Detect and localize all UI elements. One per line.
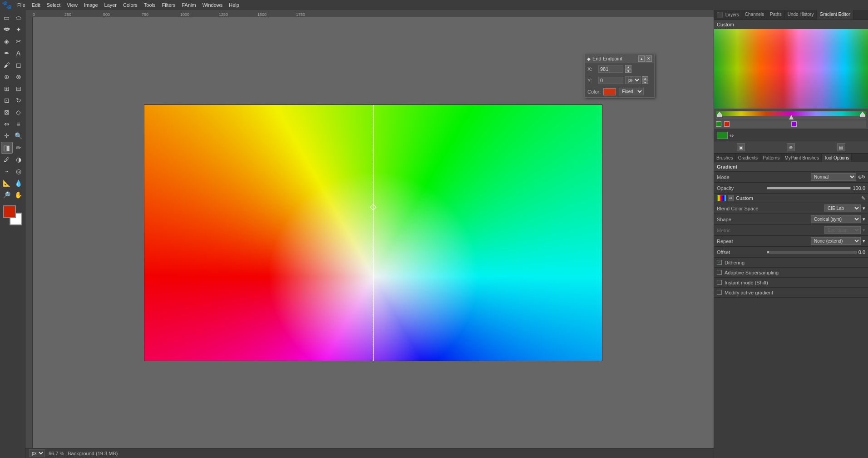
tool-smudge[interactable]: ~ [1, 165, 13, 177]
right-panel: ⬛ Layers Channels Paths Undo History Gra… [714, 10, 868, 458]
tab-gradients[interactable]: Gradients [736, 154, 760, 162]
menu-windows[interactable]: Windows [200, 1, 226, 9]
tab-paths[interactable]: Paths [767, 10, 785, 20]
x-up[interactable]: ▲ [625, 65, 631, 69]
swatch-edit-icon[interactable]: ⇔ [730, 133, 734, 139]
mode-select[interactable]: Normal [811, 173, 856, 181]
canvas-container[interactable]: ◆ End Endpoint ▴ ✕ X: ▲ ▼ [33, 17, 714, 448]
tab-channels[interactable]: Channels [742, 10, 767, 20]
zoom-level: 66.7 % [49, 451, 64, 456]
color-dropdown[interactable]: Fixed FG Color BG Color [619, 88, 644, 95]
color-stop-2[interactable] [724, 121, 730, 127]
menu-colors[interactable]: Colors [120, 1, 140, 9]
menu-view[interactable]: View [64, 1, 80, 9]
gradient-edit-btn[interactable]: ⇔ [728, 195, 734, 201]
action-btn-2[interactable]: ⊕ [787, 143, 795, 151]
tool-eyedropper[interactable]: 💧 [13, 177, 25, 189]
tool-rotate[interactable]: ↻ [13, 95, 25, 106]
menu-layer[interactable]: Layer [102, 1, 120, 9]
unit-select[interactable]: px % [29, 449, 45, 457]
right-gradient-canvas [714, 29, 868, 109]
repeat-select[interactable]: None (extend) Sawtooth wave Triangular w… [811, 237, 861, 245]
tool-free-select[interactable]: 🗢 [1, 24, 13, 35]
tool-crop[interactable]: ⊡ [1, 95, 13, 106]
tool-measure[interactable]: 📐 [1, 177, 13, 189]
color-swatch[interactable] [603, 88, 616, 95]
tab-layers[interactable]: ⬛ Layers [714, 10, 742, 20]
tool-shear[interactable]: ◇ [13, 106, 25, 118]
tab-patterns[interactable]: Patterns [760, 154, 782, 162]
tool-transform[interactable]: ⊟ [13, 83, 25, 95]
tool-scale[interactable]: ⊠ [1, 106, 13, 118]
blend-dropdown-icon: ▾ [863, 205, 865, 211]
action-btn-3[interactable]: ▤ [837, 143, 845, 151]
menu-filters[interactable]: Filters [159, 1, 178, 9]
tool-scissors[interactable]: ✂ [13, 35, 25, 47]
gradient-thumb-mid[interactable] [789, 115, 794, 119]
menu-tools[interactable]: Tools [141, 1, 158, 9]
tool-move[interactable]: ✛ [1, 130, 13, 142]
tool-erase[interactable]: ◻ [13, 59, 25, 71]
dialog-close[interactable]: ✕ [646, 55, 652, 62]
shape-label: Shape [717, 217, 767, 222]
swatch-green[interactable] [717, 132, 728, 139]
tool-rect-select[interactable]: ▭ [1, 12, 13, 24]
tab-gradient-editor[interactable]: Gradient Editor [817, 10, 853, 20]
modify-checkbox[interactable] [717, 290, 722, 295]
tab-brushes[interactable]: Brushes [714, 154, 736, 162]
adaptive-checkbox[interactable] [717, 270, 722, 275]
tool-pan[interactable]: ✋ [13, 189, 25, 201]
menu-file[interactable]: File [15, 1, 28, 9]
tool-text[interactable]: A [13, 47, 25, 59]
dialog-minimize[interactable]: ▴ [638, 55, 645, 62]
tool-paths[interactable]: ✒ [1, 47, 13, 59]
foreground-color[interactable] [3, 205, 16, 218]
repeat-row: Repeat None (extend) Sawtooth wave Trian… [714, 236, 868, 247]
color-stop-3[interactable] [791, 121, 797, 127]
menu-help[interactable]: Help [226, 1, 242, 9]
opacity-row: Opacity 100.0 [714, 183, 868, 194]
blend-color-select[interactable]: CIE Lab RGB [824, 204, 861, 212]
y-input[interactable] [598, 77, 623, 84]
statusbar: px % 66.7 % Background (19.3 MB) [25, 448, 714, 458]
y-unit[interactable]: px [625, 76, 641, 84]
metric-select[interactable]: Euclidean [824, 226, 861, 234]
x-down[interactable]: ▼ [625, 69, 631, 73]
tab-undo-history[interactable]: Undo History [785, 10, 817, 20]
tool-align[interactable]: ≡ [13, 118, 25, 130]
color-stop-1[interactable] [716, 121, 721, 127]
menu-fanim[interactable]: FAnim [179, 1, 198, 9]
tool-fuzzy-select[interactable]: ✦ [13, 24, 25, 35]
tab-mypaint[interactable]: MyPaint Brushes [782, 154, 822, 162]
tool-dodge[interactable]: ◑ [13, 154, 25, 165]
metric-row: Metric Euclidean ▾ [714, 225, 868, 236]
dialog-titlebar[interactable]: ◆ End Endpoint ▴ ✕ [585, 54, 654, 63]
tool-heal[interactable]: ⊗ [13, 71, 25, 83]
tool-blend[interactable]: ◨ [1, 142, 13, 154]
tool-perspective[interactable]: ⊞ [1, 83, 13, 95]
tool-paint[interactable]: 🖌 [1, 59, 13, 71]
gradient-mini-swatch[interactable] [717, 195, 726, 201]
tool-by-color[interactable]: ◈ [1, 35, 13, 47]
offset-value-area: 0.0 [767, 249, 865, 255]
tool-ellipse-select[interactable]: ⬭ [13, 12, 25, 24]
tool-pencil[interactable]: ✏ [13, 142, 25, 154]
y-down[interactable]: ▼ [642, 80, 648, 84]
tool-ink[interactable]: 🖊 [1, 154, 13, 165]
shape-select[interactable]: Conical (sym) Linear Radial Conical (asy… [811, 215, 861, 223]
instant-checkbox[interactable] [717, 280, 722, 285]
menu-select[interactable]: Select [44, 1, 64, 9]
tab-tool-options[interactable]: Tool Options [822, 154, 852, 162]
tool-convolve[interactable]: ◎ [13, 165, 25, 177]
action-btn-1[interactable]: ▣ [737, 143, 745, 151]
tool-clone[interactable]: ⊕ [1, 71, 13, 83]
tool-magnify[interactable]: 🔍 [13, 130, 25, 142]
dithering-checkbox[interactable]: ✓ [717, 260, 722, 265]
x-input[interactable] [598, 65, 623, 73]
y-up[interactable]: ▲ [642, 76, 648, 80]
tool-flip[interactable]: ⇔ [1, 118, 13, 130]
menu-image[interactable]: Image [81, 1, 101, 9]
gradient-edit-icon[interactable]: ✎ [861, 195, 865, 201]
menu-edit[interactable]: Edit [29, 1, 43, 9]
tool-zoom[interactable]: 🔎 [1, 189, 13, 201]
